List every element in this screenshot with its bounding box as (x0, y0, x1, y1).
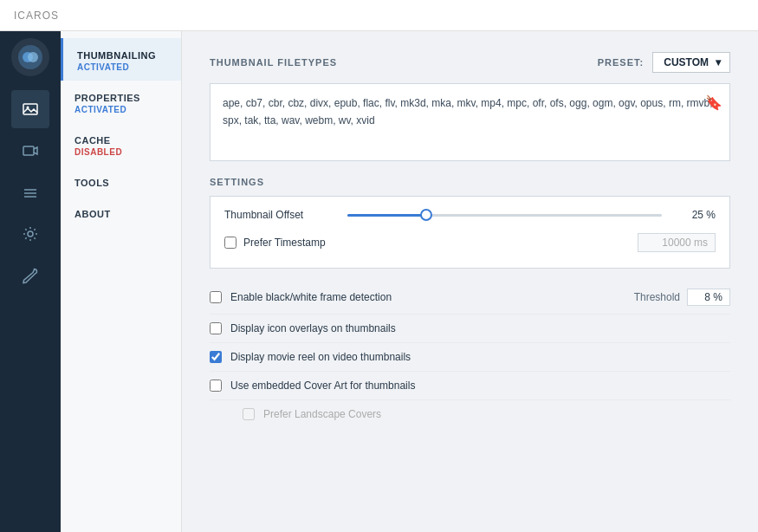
prefer-timestamp-row: Prefer Timestamp (224, 230, 716, 256)
main-layout: THUMBNAILING ACTIVATED PROPERTIES ACTIVA… (0, 31, 758, 532)
preset-label: PRESET: (598, 57, 644, 68)
sidebar-item-properties-status: ACTIVATED (75, 105, 167, 114)
threshold-input[interactable] (687, 289, 730, 306)
sidebar-item-cache-title: CACHE (75, 135, 167, 146)
sidebar-item-cache[interactable]: CACHE DISABLED (61, 123, 181, 165)
filetypes-section-header: THUMBNAIL FILETYPES PRESET: CUSTOM ▾ (210, 52, 730, 73)
filetypes-box[interactable]: ape, cb7, cbr, cbz, divx, epub, flac, fl… (210, 83, 730, 161)
option-row-cover-art: Use embedded Cover Art for thumbnails (210, 372, 730, 400)
logo-inner (18, 45, 42, 69)
sidebar-item-tools-title: TOOLS (75, 178, 167, 188)
slider-fill (347, 214, 426, 217)
nav-icon-layers[interactable] (11, 173, 49, 211)
slider-value: 25 % (672, 209, 716, 221)
topbar: ICAROS (0, 0, 758, 31)
sidebar-item-thumbnailing-status: ACTIVATED (77, 62, 167, 72)
landscape-covers-label: Prefer Landscape Covers (263, 408, 730, 420)
icon-overlays-checkbox[interactable] (210, 322, 222, 334)
text-sidebar: THUMBNAILING ACTIVATED PROPERTIES ACTIVA… (61, 31, 182, 532)
options-section: Enable black/white frame detection Thres… (210, 281, 730, 428)
filetypes-title: THUMBNAIL FILETYPES (210, 57, 337, 68)
svg-point-8 (28, 231, 33, 237)
filetypes-text: ape, cb7, cbr, cbz, divx, epub, flac, fl… (223, 97, 713, 127)
sidebar-item-properties-title: PROPERTIES (75, 93, 167, 103)
timestamp-input[interactable] (638, 233, 716, 252)
nav-icon-tools[interactable] (11, 256, 49, 295)
prefer-timestamp-checkbox[interactable] (224, 237, 236, 249)
bw-detection-checkbox[interactable] (210, 291, 222, 303)
settings-section: SETTINGS Thumbnail Offset 25 % Prefer Ti… (210, 177, 730, 269)
svg-rect-4 (23, 146, 34, 155)
sidebar-item-about-title: ABOUT (75, 209, 167, 219)
sidebar-item-tools[interactable]: TOOLS (61, 165, 181, 197)
sidebar-item-thumbnailing[interactable]: THUMBNAILING ACTIVATED (61, 38, 181, 81)
option-row-landscape: Prefer Landscape Covers (210, 400, 730, 428)
landscape-covers-checkbox[interactable] (243, 408, 255, 420)
settings-card: Thumbnail Offset 25 % Prefer Timestamp (210, 196, 730, 269)
thumbnail-offset-slider[interactable] (347, 214, 662, 217)
slider-row: Thumbnail Offset 25 % (224, 209, 716, 221)
threshold-label: Threshold (634, 291, 680, 303)
logo-button[interactable] (11, 38, 49, 76)
option-row-movie-reel: Display movie reel on video thumbnails (210, 343, 730, 372)
nav-icon-settings[interactable] (11, 215, 49, 253)
preset-row: PRESET: CUSTOM ▾ (598, 52, 730, 73)
nav-icon-image[interactable] (11, 90, 49, 128)
option-row-icon-overlays: Display icon overlays on thumbnails (210, 315, 730, 343)
slider-label: Thumbnail Offset (224, 209, 337, 221)
threshold-group: Threshold (634, 289, 730, 306)
sidebar-item-about[interactable]: ABOUT (61, 197, 181, 228)
settings-title: SETTINGS (210, 177, 730, 187)
preset-value: CUSTOM (664, 56, 709, 68)
nav-icon-video[interactable] (11, 132, 49, 170)
chevron-down-icon: ▾ (716, 56, 721, 68)
movie-reel-checkbox[interactable] (210, 351, 222, 363)
bw-detection-label: Enable black/white frame detection (230, 291, 625, 303)
content-area: THUMBNAIL FILETYPES PRESET: CUSTOM ▾ ape… (182, 31, 758, 532)
icon-overlays-label: Display icon overlays on thumbnails (230, 322, 730, 334)
sidebar-item-thumbnailing-title: THUMBNAILING (77, 50, 167, 61)
movie-reel-label: Display movie reel on video thumbnails (230, 351, 730, 363)
bookmark-icon[interactable]: 🔖 (705, 91, 722, 114)
slider-thumb (420, 209, 432, 221)
svg-rect-2 (23, 104, 37, 114)
preset-select[interactable]: CUSTOM ▾ (652, 52, 730, 73)
icon-sidebar (0, 31, 61, 532)
cover-art-checkbox[interactable] (210, 380, 222, 392)
option-row-bw: Enable black/white frame detection Thres… (210, 281, 730, 315)
cover-art-label: Use embedded Cover Art for thumbnails (230, 380, 730, 392)
sidebar-item-cache-status: DISABLED (75, 147, 167, 157)
sidebar-item-properties[interactable]: PROPERTIES ACTIVATED (61, 81, 181, 123)
svg-point-1 (28, 52, 38, 62)
app-title: ICAROS (14, 10, 59, 22)
prefer-timestamp-label: Prefer Timestamp (243, 237, 326, 249)
